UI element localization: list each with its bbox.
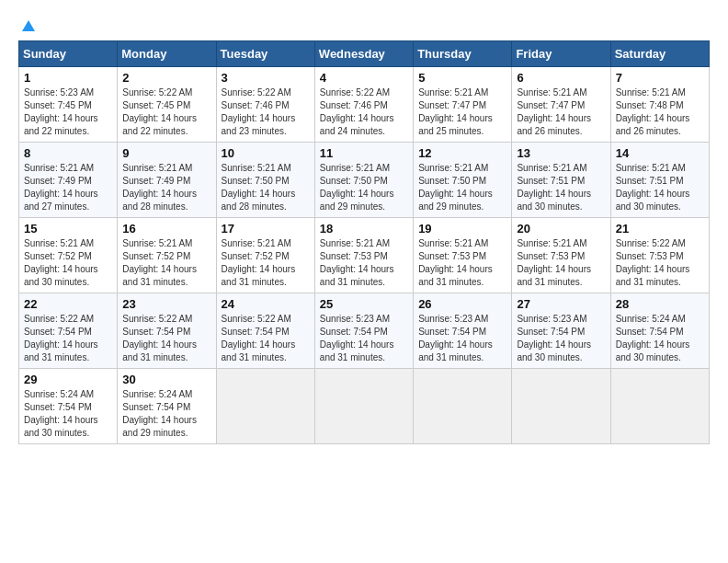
day-number: 24 <box>222 297 310 311</box>
logo-icon <box>20 18 37 35</box>
day-number: 17 <box>222 222 310 236</box>
calendar-cell: 3 Sunrise: 5:22 AM Sunset: 7:46 PM Dayli… <box>216 67 314 143</box>
calendar-cell: 28 Sunrise: 5:24 AM Sunset: 7:54 PM Dayl… <box>610 293 709 369</box>
day-info: Sunrise: 5:21 AM Sunset: 7:53 PM Dayligh… <box>320 237 408 289</box>
day-number: 28 <box>616 297 704 311</box>
calendar-cell: 9 Sunrise: 5:21 AM Sunset: 7:49 PM Dayli… <box>118 143 216 218</box>
col-header-wednesday: Wednesday <box>314 41 413 67</box>
calendar-cell: 15 Sunrise: 5:21 AM Sunset: 7:52 PM Dayl… <box>19 218 118 293</box>
day-number: 12 <box>418 146 506 160</box>
logo <box>18 18 37 31</box>
calendar-header-row: SundayMondayTuesdayWednesdayThursdayFrid… <box>19 41 710 67</box>
day-info: Sunrise: 5:21 AM Sunset: 7:53 PM Dayligh… <box>418 237 506 289</box>
calendar-table: SundayMondayTuesdayWednesdayThursdayFrid… <box>18 40 710 444</box>
day-number: 7 <box>616 71 704 85</box>
col-header-friday: Friday <box>512 41 610 67</box>
day-info: Sunrise: 5:21 AM Sunset: 7:48 PM Dayligh… <box>616 86 704 138</box>
calendar-cell <box>512 369 610 444</box>
calendar-cell: 22 Sunrise: 5:22 AM Sunset: 7:54 PM Dayl… <box>19 293 118 369</box>
calendar-cell <box>610 369 709 444</box>
day-info: Sunrise: 5:23 AM Sunset: 7:54 PM Dayligh… <box>418 313 506 364</box>
page-header <box>18 18 710 31</box>
day-info: Sunrise: 5:21 AM Sunset: 7:47 PM Dayligh… <box>418 86 506 138</box>
day-number: 20 <box>517 222 605 236</box>
day-info: Sunrise: 5:21 AM Sunset: 7:50 PM Dayligh… <box>320 162 408 213</box>
day-info: Sunrise: 5:22 AM Sunset: 7:54 PM Dayligh… <box>122 313 210 364</box>
day-info: Sunrise: 5:21 AM Sunset: 7:51 PM Dayligh… <box>616 162 704 213</box>
calendar-cell: 21 Sunrise: 5:22 AM Sunset: 7:53 PM Dayl… <box>610 218 709 293</box>
calendar-cell <box>414 369 512 444</box>
calendar-cell: 13 Sunrise: 5:21 AM Sunset: 7:51 PM Dayl… <box>512 143 610 218</box>
day-info: Sunrise: 5:21 AM Sunset: 7:52 PM Dayligh… <box>222 237 310 289</box>
calendar-cell: 6 Sunrise: 5:21 AM Sunset: 7:47 PM Dayli… <box>512 67 610 143</box>
calendar-cell: 16 Sunrise: 5:21 AM Sunset: 7:52 PM Dayl… <box>118 218 216 293</box>
day-number: 13 <box>517 146 605 160</box>
day-number: 5 <box>418 71 506 85</box>
calendar-cell: 23 Sunrise: 5:22 AM Sunset: 7:54 PM Dayl… <box>118 293 216 369</box>
calendar-cell: 14 Sunrise: 5:21 AM Sunset: 7:51 PM Dayl… <box>610 143 709 218</box>
day-number: 21 <box>616 222 704 236</box>
day-info: Sunrise: 5:23 AM Sunset: 7:45 PM Dayligh… <box>24 86 112 138</box>
calendar-cell: 17 Sunrise: 5:21 AM Sunset: 7:52 PM Dayl… <box>216 218 314 293</box>
calendar-cell: 24 Sunrise: 5:22 AM Sunset: 7:54 PM Dayl… <box>216 293 314 369</box>
calendar-cell: 8 Sunrise: 5:21 AM Sunset: 7:49 PM Dayli… <box>19 143 118 218</box>
day-info: Sunrise: 5:21 AM Sunset: 7:47 PM Dayligh… <box>517 86 605 138</box>
day-number: 25 <box>320 297 408 311</box>
day-number: 26 <box>418 297 506 311</box>
calendar-cell: 25 Sunrise: 5:23 AM Sunset: 7:54 PM Dayl… <box>314 293 413 369</box>
calendar-cell: 30 Sunrise: 5:24 AM Sunset: 7:54 PM Dayl… <box>118 369 216 444</box>
calendar-cell: 29 Sunrise: 5:24 AM Sunset: 7:54 PM Dayl… <box>19 369 118 444</box>
calendar-cell: 10 Sunrise: 5:21 AM Sunset: 7:50 PM Dayl… <box>216 143 314 218</box>
calendar-cell: 11 Sunrise: 5:21 AM Sunset: 7:50 PM Dayl… <box>314 143 413 218</box>
day-number: 16 <box>122 222 210 236</box>
col-header-saturday: Saturday <box>610 41 709 67</box>
day-info: Sunrise: 5:23 AM Sunset: 7:54 PM Dayligh… <box>517 313 605 364</box>
day-info: Sunrise: 5:22 AM Sunset: 7:54 PM Dayligh… <box>222 313 310 364</box>
day-number: 2 <box>122 71 210 85</box>
day-info: Sunrise: 5:21 AM Sunset: 7:50 PM Dayligh… <box>222 162 310 213</box>
day-number: 11 <box>320 146 408 160</box>
day-info: Sunrise: 5:23 AM Sunset: 7:54 PM Dayligh… <box>320 313 408 364</box>
day-info: Sunrise: 5:21 AM Sunset: 7:52 PM Dayligh… <box>122 237 210 289</box>
calendar-cell: 5 Sunrise: 5:21 AM Sunset: 7:47 PM Dayli… <box>414 67 512 143</box>
day-info: Sunrise: 5:21 AM Sunset: 7:49 PM Dayligh… <box>24 162 112 213</box>
calendar-cell: 18 Sunrise: 5:21 AM Sunset: 7:53 PM Dayl… <box>314 218 413 293</box>
col-header-tuesday: Tuesday <box>216 41 314 67</box>
day-info: Sunrise: 5:21 AM Sunset: 7:53 PM Dayligh… <box>517 237 605 289</box>
day-number: 6 <box>517 71 605 85</box>
day-info: Sunrise: 5:21 AM Sunset: 7:52 PM Dayligh… <box>24 237 112 289</box>
day-info: Sunrise: 5:21 AM Sunset: 7:49 PM Dayligh… <box>122 162 210 213</box>
day-number: 14 <box>616 146 704 160</box>
day-number: 4 <box>320 71 408 85</box>
day-info: Sunrise: 5:22 AM Sunset: 7:46 PM Dayligh… <box>222 86 310 138</box>
col-header-thursday: Thursday <box>414 41 512 67</box>
calendar-cell: 27 Sunrise: 5:23 AM Sunset: 7:54 PM Dayl… <box>512 293 610 369</box>
day-number: 1 <box>24 71 112 85</box>
day-number: 29 <box>24 373 112 386</box>
calendar-cell: 19 Sunrise: 5:21 AM Sunset: 7:53 PM Dayl… <box>414 218 512 293</box>
day-info: Sunrise: 5:24 AM Sunset: 7:54 PM Dayligh… <box>24 388 112 440</box>
day-number: 22 <box>24 297 112 311</box>
day-info: Sunrise: 5:24 AM Sunset: 7:54 PM Dayligh… <box>616 313 704 364</box>
calendar-cell: 1 Sunrise: 5:23 AM Sunset: 7:45 PM Dayli… <box>19 67 118 143</box>
calendar-cell: 20 Sunrise: 5:21 AM Sunset: 7:53 PM Dayl… <box>512 218 610 293</box>
day-info: Sunrise: 5:22 AM Sunset: 7:54 PM Dayligh… <box>24 313 112 364</box>
calendar-cell: 26 Sunrise: 5:23 AM Sunset: 7:54 PM Dayl… <box>414 293 512 369</box>
calendar-cell: 4 Sunrise: 5:22 AM Sunset: 7:46 PM Dayli… <box>314 67 413 143</box>
col-header-monday: Monday <box>118 41 216 67</box>
day-info: Sunrise: 5:22 AM Sunset: 7:45 PM Dayligh… <box>122 86 210 138</box>
day-number: 23 <box>122 297 210 311</box>
day-number: 27 <box>517 297 605 311</box>
calendar-cell: 12 Sunrise: 5:21 AM Sunset: 7:50 PM Dayl… <box>414 143 512 218</box>
day-number: 15 <box>24 222 112 236</box>
calendar-cell <box>314 369 413 444</box>
day-info: Sunrise: 5:22 AM Sunset: 7:53 PM Dayligh… <box>616 237 704 289</box>
day-number: 3 <box>222 71 310 85</box>
calendar-cell <box>216 369 314 444</box>
calendar-cell: 7 Sunrise: 5:21 AM Sunset: 7:48 PM Dayli… <box>610 67 709 143</box>
svg-marker-0 <box>22 20 35 31</box>
day-number: 19 <box>418 222 506 236</box>
day-info: Sunrise: 5:22 AM Sunset: 7:46 PM Dayligh… <box>320 86 408 138</box>
day-info: Sunrise: 5:21 AM Sunset: 7:50 PM Dayligh… <box>418 162 506 213</box>
day-number: 18 <box>320 222 408 236</box>
